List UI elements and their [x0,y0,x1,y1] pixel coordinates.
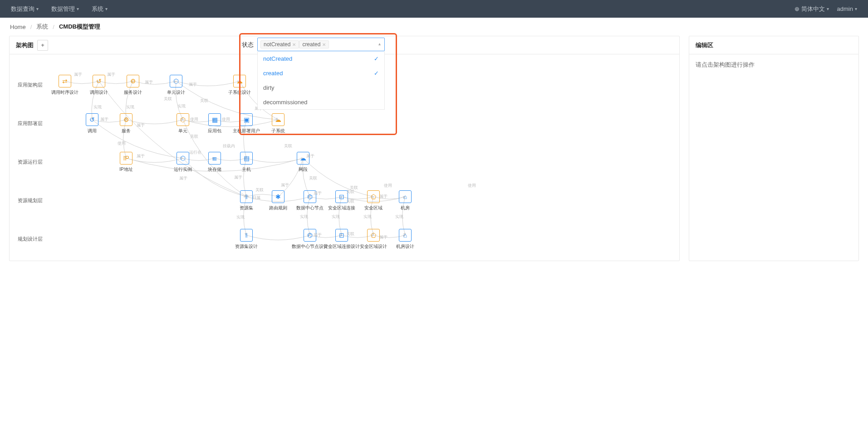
edit-panel: 编辑区 请点击架构图进行操作 [689,36,859,261]
edge-label: 属于 [314,190,322,196]
node-icon: ⬠ [367,190,380,203]
nav-system[interactable]: 系统▾ [92,5,108,13]
node-机房设计[interactable]: ⌂机房设计 [395,229,415,250]
edge-label: 使用 [384,183,392,189]
node-服务[interactable]: ⚙服务 [116,113,136,134]
remove-tag-icon[interactable]: ✕ [322,42,326,47]
node-icon: ▣ [240,113,253,126]
node-主机部署用户[interactable]: ▣主机部署用户 [236,113,256,134]
node-label: 应用包 [208,128,221,134]
node-路由规则[interactable]: ✱路由规则 [268,190,288,211]
edge-label: 运行在 [189,150,201,155]
breadcrumb-home[interactable]: Home [10,24,26,30]
edge-label: 属于 [189,82,197,87]
node-icon: ↺ [93,75,105,87]
status-label: 状态 [242,38,254,52]
node-icon: ⫴ [240,190,253,203]
layer-label: 规划设计层 [18,236,43,242]
node-label: 单元 [178,128,187,134]
edge-label: 关联 [309,175,317,181]
edge-label: 使用 [118,141,126,146]
edge-label: 归属 [252,195,260,201]
node-label: 服务设计 [124,89,142,96]
node-label: 调用 [88,128,97,134]
panel-title: 架构图 [16,41,34,49]
edit-panel-title: 编辑区 [696,41,713,49]
edit-panel-hint: 请点击架构图进行操作 [696,61,755,68]
edge-label: 实现 [395,214,403,220]
node-label: 单元设计 [167,89,185,96]
status-option-notCreated[interactable]: notCreated✓ [258,51,384,66]
status-tag-created: created✕ [299,40,329,48]
status-option-decommissioned[interactable]: decommissioned [258,95,384,109]
node-label: 服务 [122,128,131,134]
edge-label: 实现 [300,214,308,220]
lang-switcher[interactable]: ⊕简体中文▾ [794,5,829,13]
node-调用设计[interactable]: ↺调用设计 [89,75,109,96]
node-label: 数据中心节点设计 [292,243,328,250]
status-select[interactable]: notCreated✕created✕ ▾ [257,38,385,51]
node-label: 机房 [401,205,410,211]
edge-label: 属于 [281,182,289,188]
node-icon: ▦ [208,113,221,126]
edge-label: 属于 [234,174,242,180]
edge-label: 实现 [177,103,186,109]
edge-label: 属于 [100,116,108,122]
node-label: 网段 [299,166,308,173]
node-IP地址[interactable]: IPIP地址 [116,152,136,173]
node-label: 调用时序设计 [51,89,78,96]
top-nav: 数据查询▾ 数据管理▾ 系统▾ ⊕简体中文▾ admin▾ [0,0,868,18]
nav-data-query[interactable]: 数据查询▾ [11,5,39,13]
node-label: 资源集 [240,205,253,211]
remove-tag-icon[interactable]: ✕ [292,42,296,47]
node-label: 主机 [242,166,251,173]
node-主机[interactable]: ▤主机 [236,152,256,173]
edge-label: 实现 [93,104,102,110]
status-option-created[interactable]: created✓ [258,66,384,80]
node-label: 机房设计 [396,243,414,250]
edge-label: 属于 [145,79,153,85]
node-icon: ⌂ [399,190,412,203]
node-资源集[interactable]: ⫴资源集 [236,190,256,211]
node-单元设计[interactable]: ⬡单元设计 [166,75,186,96]
edge-label: 属于 [107,72,115,78]
breadcrumb-l1[interactable]: 系统 [36,23,48,31]
node-icon: ✱ [272,190,284,203]
edge-label: 使用 [468,183,476,189]
edge-label: 属于 [137,153,145,159]
node-label: 资源集设计 [235,243,258,250]
add-button[interactable]: + [37,40,48,51]
status-option-dirty[interactable]: dirty [258,80,384,95]
node-机房[interactable]: ⌂机房 [395,190,415,211]
node-icon: ▤ [240,152,253,165]
node-服务设计[interactable]: ⚙服务设计 [123,75,143,96]
node-icon: ⚙ [120,113,132,126]
edge-label: 属于 [137,122,145,128]
node-label: 安全区域 [364,205,383,211]
breadcrumb-current: CMDB模型管理 [59,23,100,31]
edge-label: 挂载内 [223,143,235,149]
node-子系统[interactable]: ☁子系统 [268,113,288,134]
node-icon: ↺ [86,113,98,126]
node-调用时序设计[interactable]: ⇄调用时序设计 [55,75,75,96]
breadcrumb: Home / 系统 / CMDB模型管理 [0,18,868,36]
node-块存储[interactable]: ≣块存储 [205,152,225,173]
layer-label: 应用架构层 [18,82,43,88]
node-调用[interactable]: ↺调用 [82,113,102,134]
edge-label: 关联 [164,96,172,102]
status-tag-notCreated: notCreated✕ [260,40,299,48]
user-menu[interactable]: admin▾ [837,5,857,12]
node-资源集设计[interactable]: ⫴资源集设计 [236,229,256,250]
edge-label: 使用 [190,116,198,122]
node-label: 安全区域设计 [360,243,387,250]
edge-label: 关联 [190,134,198,140]
nav-data-manage[interactable]: 数据管理▾ [51,5,79,13]
edge-label: 使用 [222,116,230,122]
node-icon: ⚙ [127,75,139,87]
layer-label: 资源规划层 [18,197,43,204]
edge-label: 实现 [332,214,340,220]
edge-label: 关联 [284,143,292,149]
layer-label: 应用部署层 [18,120,43,127]
node-icon: ⌂ [399,229,412,242]
edge-label: 属于 [379,194,387,199]
